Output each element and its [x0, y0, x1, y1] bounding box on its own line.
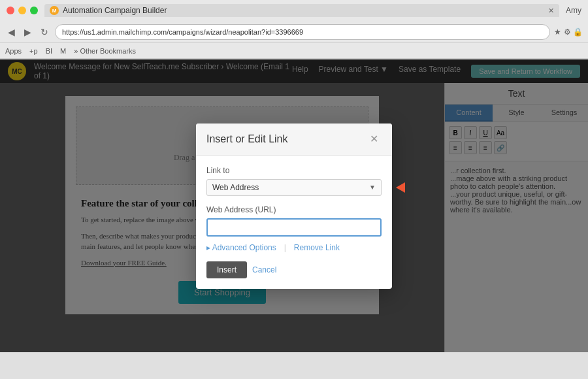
link-separator: |	[284, 243, 286, 252]
modal-title: Insert or Edit Link	[206, 133, 288, 145]
user-label: Amy	[566, 6, 581, 15]
link-type-value: Web Address	[212, 183, 259, 192]
modal-overlay: Insert or Edit Link ✕ Link to Web Addres…	[0, 59, 588, 352]
page-content: MC Welcome Message for New SelfTeach.me …	[0, 59, 588, 352]
insert-btn[interactable]: Insert	[206, 261, 247, 278]
address-bar[interactable]	[55, 24, 550, 40]
modal-close-btn[interactable]: ✕	[366, 131, 382, 147]
window-max-btn[interactable]	[30, 7, 38, 14]
arrow-indicator	[396, 182, 405, 193]
cancel-btn[interactable]: Cancel	[252, 265, 276, 274]
tab-bar: M Automation Campaign Builder ✕	[44, 4, 559, 17]
nav-refresh-btn[interactable]: ↻	[38, 25, 51, 39]
bookmark-others[interactable]: » Other Bookmarks	[74, 47, 136, 55]
nav-forward-btn[interactable]: ▶	[22, 25, 34, 39]
link-type-dropdown[interactable]: Web Address ▼	[206, 179, 382, 196]
browser-chrome: M Automation Campaign Builder ✕ Amy ◀ ▶ …	[0, 0, 588, 59]
nav-back-btn[interactable]: ◀	[5, 25, 18, 39]
tab-close-btn[interactable]: ✕	[548, 7, 554, 15]
window-close-btn[interactable]	[7, 7, 14, 14]
tab-title: Automation Campaign Builder	[63, 6, 544, 15]
modal-links: ▸ Advanced Options | Remove Link	[206, 243, 382, 252]
bookmark-plus[interactable]: +p	[29, 47, 38, 55]
url-input[interactable]	[206, 218, 382, 237]
modal-footer: Insert Cancel	[206, 261, 382, 278]
bookmark-bi[interactable]: BI	[46, 47, 52, 55]
tab-favicon: M	[50, 6, 59, 15]
modal-header: Insert or Edit Link ✕	[196, 124, 392, 156]
advanced-options-link[interactable]: ▸ Advanced Options	[206, 243, 276, 252]
link-to-label: Link to	[206, 166, 382, 175]
window-min-btn[interactable]	[18, 7, 26, 14]
toolbar-icons: ★ ⚙ 🔒	[554, 27, 583, 37]
chevron-down-icon: ▼	[369, 184, 376, 191]
bookmarks-bar: Apps +p BI M » Other Bookmarks	[0, 43, 588, 59]
bookmark-apps[interactable]: Apps	[5, 47, 22, 55]
url-label: Web Address (URL)	[206, 205, 382, 214]
bookmark-m[interactable]: M	[60, 47, 66, 55]
modal-dialog: Insert or Edit Link ✕ Link to Web Addres…	[196, 124, 392, 289]
window-controls	[7, 7, 38, 14]
modal-body: Link to Web Address ▼ Web Address (URL) …	[196, 156, 392, 289]
remove-link[interactable]: Remove Link	[294, 243, 340, 252]
link-type-select: Web Address ▼	[206, 179, 382, 196]
